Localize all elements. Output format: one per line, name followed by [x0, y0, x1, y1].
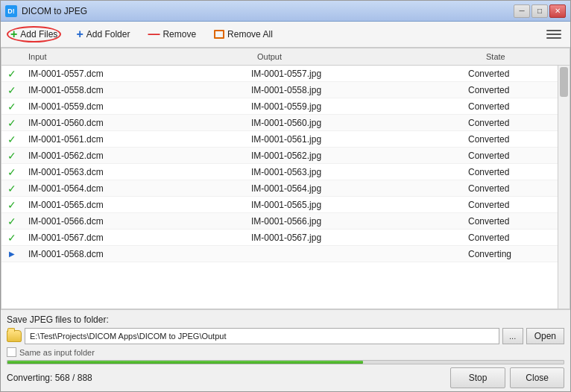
remove-all-label: Remove All: [227, 29, 273, 39]
table-row[interactable]: ✓ IM-0001-0560.dcm IM-0001-0560.jpg Conv…: [1, 115, 558, 131]
row-input: IM-0001-0561.dcm: [22, 134, 245, 145]
stop-button[interactable]: Stop: [450, 367, 506, 388]
row-output: IM-0001-0566.jpg: [245, 216, 468, 227]
row-icon: ▶: [1, 250, 22, 258]
folder-icon: [7, 330, 22, 342]
row-state: Converted: [468, 151, 558, 161]
row-icon: ✓: [1, 166, 22, 178]
remove-all-button[interactable]: Remove All: [211, 28, 276, 41]
progress-bar-background: [7, 360, 564, 364]
scrollbar[interactable]: [558, 66, 570, 309]
same-as-input-checkbox[interactable]: [7, 347, 16, 357]
table-row[interactable]: ✓ IM-0001-0562.dcm IM-0001-0562.jpg Conv…: [1, 148, 558, 164]
table-row[interactable]: ✓ IM-0001-0565.dcm IM-0001-0565.jpg Conv…: [1, 197, 558, 213]
header-check: [1, 51, 22, 63]
scrollbar-thumb[interactable]: [560, 67, 568, 97]
row-output: IM-0001-0564.jpg: [245, 183, 468, 194]
action-buttons: Stop Close: [450, 367, 564, 388]
status-text: Converting: 568 / 888: [7, 373, 92, 383]
row-state: Converted: [468, 233, 558, 243]
row-state: Converting: [468, 249, 558, 259]
header-input: Input: [22, 51, 251, 63]
row-input: IM-0001-0564.dcm: [22, 183, 245, 194]
table-row[interactable]: ✓ IM-0001-0564.dcm IM-0001-0564.jpg Conv…: [1, 180, 558, 197]
plus-blue-icon: +: [76, 28, 83, 40]
row-icon: ✓: [1, 101, 22, 113]
row-input: IM-0001-0559.dcm: [22, 101, 245, 112]
close-button[interactable]: Close: [510, 367, 564, 388]
row-state: Converted: [468, 200, 558, 210]
header-state: State: [480, 51, 570, 63]
row-output: IM-0001-0558.jpg: [245, 85, 468, 95]
table-row[interactable]: ▶ IM-0001-0568.dcm Converting: [1, 246, 558, 262]
table-row[interactable]: ✓ IM-0001-0563.dcm IM-0001-0563.jpg Conv…: [1, 164, 558, 180]
bottom-panel: Save JPEG files to folder: ... Open Same…: [1, 309, 570, 391]
folder-path-input[interactable]: [25, 328, 499, 344]
table-row[interactable]: ✓ IM-0001-0558.dcm IM-0001-0558.jpg Conv…: [1, 82, 558, 98]
table-row[interactable]: ✓ IM-0001-0561.dcm IM-0001-0561.jpg Conv…: [1, 131, 558, 148]
row-icon: ✓: [1, 117, 22, 129]
title-buttons: ─ □ ✕: [514, 4, 566, 18]
row-input: IM-0001-0558.dcm: [22, 85, 245, 95]
maximize-button[interactable]: □: [531, 4, 548, 18]
window-close-button[interactable]: ✕: [549, 4, 566, 18]
save-folder-label: Save JPEG files to folder:: [7, 314, 564, 325]
row-icon: ✓: [1, 150, 22, 162]
row-icon: ✓: [1, 232, 22, 244]
box-icon: [214, 30, 224, 39]
row-input: IM-0001-0562.dcm: [22, 151, 245, 161]
row-state: Converted: [468, 69, 558, 79]
same-as-input-label: Same as input folder: [19, 348, 95, 357]
row-state: Converted: [468, 101, 558, 112]
row-output: IM-0001-0559.jpg: [245, 101, 468, 112]
table-row[interactable]: ✓ IM-0001-0557.dcm IM-0001-0557.jpg Conv…: [1, 66, 558, 82]
row-state: Converted: [468, 216, 558, 227]
row-icon: ✓: [1, 199, 22, 211]
main-window: D! DICOM to JPEG ─ □ ✕ + Add Files + Add…: [0, 0, 571, 392]
row-icon: ✓: [1, 84, 22, 96]
row-input: IM-0001-0566.dcm: [22, 216, 245, 227]
add-folder-label: Add Folder: [86, 29, 130, 39]
row-input: IM-0001-0560.dcm: [22, 118, 245, 128]
table-row[interactable]: ✓ IM-0001-0567.dcm IM-0001-0567.jpg Conv…: [1, 230, 558, 246]
folder-row: ... Open: [7, 328, 564, 344]
row-icon: ✓: [1, 183, 22, 195]
progress-bar-fill: [7, 361, 363, 364]
menu-line-3: [546, 37, 561, 39]
title-bar: D! DICOM to JPEG ─ □ ✕: [1, 1, 570, 22]
add-files-button[interactable]: + Add Files: [7, 26, 61, 42]
row-output: IM-0001-0561.jpg: [245, 134, 468, 145]
row-output: IM-0001-0567.jpg: [245, 233, 468, 243]
row-input: IM-0001-0563.dcm: [22, 167, 245, 177]
list-header: Input Output State: [1, 48, 570, 66]
open-button[interactable]: Open: [526, 328, 564, 344]
minimize-button[interactable]: ─: [514, 4, 530, 18]
minus-icon: —: [148, 28, 160, 40]
toolbar: + Add Files + Add Folder — Remove Remove…: [1, 22, 570, 48]
menu-line-2: [546, 34, 561, 35]
status-row: Converting: 568 / 888 Stop Close: [7, 367, 564, 388]
row-output: IM-0001-0557.jpg: [245, 69, 468, 79]
list-wrapper: ✓ IM-0001-0557.dcm IM-0001-0557.jpg Conv…: [1, 66, 570, 309]
row-icon: ✓: [1, 133, 22, 145]
row-input: IM-0001-0565.dcm: [22, 200, 245, 210]
file-list-body[interactable]: ✓ IM-0001-0557.dcm IM-0001-0557.jpg Conv…: [1, 66, 558, 309]
table-row[interactable]: ✓ IM-0001-0566.dcm IM-0001-0566.jpg Conv…: [1, 213, 558, 230]
row-input: IM-0001-0567.dcm: [22, 233, 245, 243]
row-state: Converted: [468, 118, 558, 128]
row-output: IM-0001-0562.jpg: [245, 151, 468, 161]
checkbox-row: Same as input folder: [7, 347, 564, 357]
add-folder-button[interactable]: + Add Folder: [73, 27, 133, 42]
remove-button[interactable]: — Remove: [145, 27, 199, 42]
table-row[interactable]: ✓ IM-0001-0559.dcm IM-0001-0559.jpg Conv…: [1, 98, 558, 115]
browse-button[interactable]: ...: [502, 328, 523, 344]
row-state: Converted: [468, 183, 558, 194]
row-output: IM-0001-0560.jpg: [245, 118, 468, 128]
window-title: DICOM to JPEG: [22, 6, 514, 16]
header-output: Output: [251, 51, 480, 63]
file-list-container: Input Output State ✓ IM-0001-0557.dcm IM…: [1, 48, 570, 309]
row-icon: ✓: [1, 68, 22, 80]
menu-button[interactable]: [543, 27, 564, 42]
row-state: Converted: [468, 85, 558, 95]
row-state: Converted: [468, 167, 558, 177]
